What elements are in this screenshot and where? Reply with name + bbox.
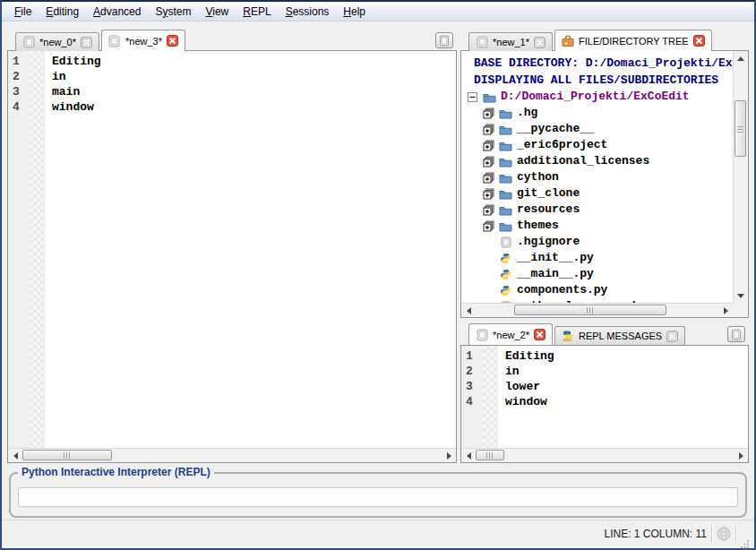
scroll-track[interactable] [21,449,443,462]
tree-folder-item[interactable]: themes [463,218,733,234]
code-line: in [52,69,456,84]
left-editor-hscrollbar[interactable] [8,448,456,462]
tree-file-item[interactable]: .hgignore [463,234,733,250]
editor-text-area[interactable]: Editinginmainwindow [45,51,456,448]
tree-file-label: __init__.py [517,250,594,266]
tree-folder-label: themes [517,218,559,234]
statusbar-separator [735,525,736,543]
menu-item-editing[interactable]: Editing [39,3,86,21]
expand-icon[interactable] [483,188,494,200]
code-line: main [52,84,456,99]
doc-icon [22,36,35,48]
tab-label: *new_0* [39,37,77,47]
tab-close-icon[interactable] [534,329,546,340]
scroll-track[interactable] [474,304,720,317]
scroll-thumb[interactable] [735,100,746,157]
tree-vscrollbar[interactable] [733,51,748,303]
scrollbar-corner [733,303,748,317]
menu-item-repl[interactable]: REPL [236,3,278,21]
tab-repl-messages[interactable]: abcREPL MESSAGES [554,326,685,345]
bottom-pane-tabbar: *new_2*abcREPL MESSAGES [460,323,749,345]
scroll-right-arrow-icon[interactable] [735,451,746,461]
scroll-thumb[interactable] [22,450,112,460]
tab-close-icon[interactable] [693,35,705,47]
tab-label: REPL MESSAGES [578,331,663,341]
scroll-left-arrow-icon[interactable] [10,451,21,461]
tree-folder-item[interactable]: __pycache__ [463,121,733,137]
tree-folder-item[interactable]: resources [463,202,733,218]
expand-icon[interactable] [483,172,494,184]
left-pane-tabbar: *new_0**new_3* [7,30,457,51]
tab-label: *new_1* [492,37,530,47]
menu-item-advanced[interactable]: Advanced [86,3,148,21]
line-number-gutter: 1234 [461,346,483,448]
scroll-thumb[interactable] [476,450,504,460]
tree-pane-tabbar: *new_1*FILE/DIRECTORY TREE [460,30,749,51]
file-directory-tree[interactable]: BASE DIRECTORY: D:/Domaci_Projekti/ExCoE… [461,51,733,303]
tab-file-directory-tree[interactable]: FILE/DIRECTORY TREE [554,30,712,51]
tree-folder-item[interactable]: .hg [463,105,733,121]
tree-file-item[interactable]: components.py [463,282,733,298]
tree-folder-item[interactable]: additional_licenses [463,153,733,169]
repl-input[interactable] [18,487,738,507]
tree-file-item[interactable]: __init__.py [463,250,733,266]
scroll-up-arrow-icon[interactable] [735,53,746,64]
scroll-thumb[interactable] [514,305,666,315]
menu-item-help[interactable]: Help [336,3,373,21]
scroll-right-arrow-icon[interactable] [720,305,731,316]
tree-file-item[interactable]: __main__.py [463,266,733,282]
tab-new-3[interactable]: *new_3* [101,30,185,51]
expand-icon[interactable] [483,220,494,232]
folder-icon [499,107,512,119]
tree-file-label: .hgignore [517,234,580,250]
scroll-down-arrow-icon[interactable] [735,290,746,301]
menu-item-system[interactable]: System [148,3,198,21]
tree-hscrollbar[interactable] [461,303,733,317]
bottom-pane-corner-button[interactable] [727,326,745,342]
scroll-left-arrow-icon[interactable] [463,451,474,461]
tree-base-directory-label: BASE DIRECTORY: D:/Domaci_Projekti/ExCoE… [463,55,733,72]
left-pane-corner-button[interactable] [435,32,453,48]
tree-folder-item[interactable]: _eric6project [463,137,733,153]
editor-text-area[interactable]: Editinginlowerwindow [498,346,748,448]
tab-new-1[interactable]: *new_1* [468,32,553,51]
line-number: 1 [13,54,30,69]
expand-icon[interactable] [483,156,494,168]
tab-close-icon[interactable] [534,37,546,48]
tab-new-0[interactable]: *new_0* [15,32,99,51]
scroll-right-arrow-icon[interactable] [443,451,454,461]
status-bar: LINE: 1 COLUMN: 11 [2,520,754,548]
menu-item-file[interactable]: File [7,3,39,21]
scroll-track[interactable] [734,64,748,290]
expand-icon[interactable] [483,107,494,119]
python-file-icon [499,284,512,296]
tree-root-label: D:/Domaci_Projekti/ExCoEdit [501,89,690,105]
menu-item-sessions[interactable]: Sessions [279,3,337,21]
menu-item-view[interactable]: View [198,3,236,21]
code-line: window [505,394,748,409]
tree-folder-item[interactable]: git_clone [463,185,733,202]
tab-new-2[interactable]: *new_2* [468,323,553,345]
tab-close-icon[interactable] [666,331,678,342]
fold-margin [30,51,45,448]
expand-icon[interactable] [483,140,494,151]
tab-close-icon[interactable] [81,37,92,48]
expand-icon[interactable] [483,204,494,216]
expand-icon[interactable] [483,124,494,135]
tab-close-icon[interactable] [167,35,178,47]
line-number: 1 [466,348,483,364]
bottom-editor-hscrollbar[interactable] [461,448,748,462]
folder-icon [483,90,496,103]
scroll-track[interactable] [474,449,735,462]
code-line: Editing [505,348,748,364]
tree-folder-label: git_clone [517,185,580,202]
globe-icon [717,527,731,541]
tree-folder-item[interactable]: cython [463,169,733,185]
tree-rows: D:/Domaci_Projekti/ExCoEdit.hg__pycache_… [463,89,733,303]
collapse-icon[interactable] [467,91,478,103]
line-number-gutter: 1234 [8,51,30,448]
scroll-left-arrow-icon[interactable] [463,305,474,316]
tree-folder-label: _eric6project [517,137,607,153]
tree-root-item[interactable]: D:/Domaci_Projekti/ExCoEdit [463,89,733,105]
resize-grip[interactable] [741,536,750,545]
